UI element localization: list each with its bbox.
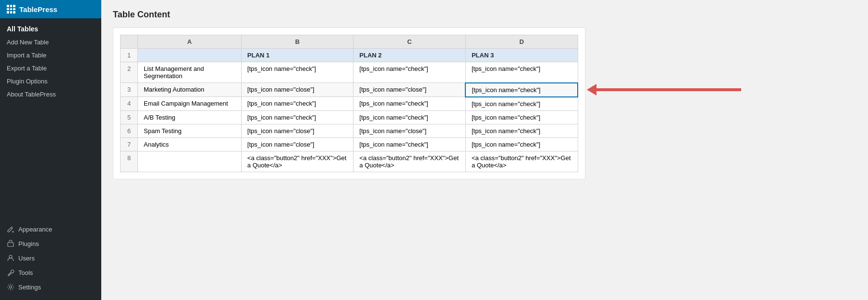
table-cell[interactable]: <a class="button2" href="XXX">Get a Quot… (465, 151, 578, 172)
table-cell[interactable]: Marketing Automation (138, 83, 242, 97)
row-num: 2 (121, 62, 138, 83)
user-icon (7, 254, 14, 262)
tablepress-icon (7, 5, 15, 14)
sidebar-item-export-table[interactable]: Export a Table (0, 62, 101, 75)
sidebar-bottom-menu: Appearance Plugins Users Tools (0, 218, 101, 300)
table-cell[interactable]: [tps_icon name="check"] (465, 137, 578, 151)
row-num: 4 (121, 97, 138, 111)
table-row: 1 PLAN 1 PLAN 2 PLAN 3 (121, 49, 578, 62)
table-row: 7 Analytics [tps_icon name="close"] [tps… (121, 137, 578, 151)
table-row: 3 Marketing Automation [tps_icon name="c… (121, 83, 578, 97)
sidebar-item-about-tablepress[interactable]: About TablePress (0, 88, 101, 101)
table-cell[interactable]: Email Campaign Management (138, 97, 242, 111)
table-cell[interactable]: [tps_icon name="check"] (465, 97, 578, 111)
table-row: 4 Email Campaign Management [tps_icon na… (121, 97, 578, 111)
tools-icon (7, 269, 14, 276)
table-cell[interactable]: [tps_icon name="close"] (241, 83, 353, 97)
table-cell[interactable]: [tps_icon name="check"] (465, 62, 578, 83)
sidebar-item-appearance[interactable]: Appearance (0, 222, 101, 236)
sidebar-brand: TablePress (19, 5, 57, 14)
table-cell[interactable]: PLAN 2 (353, 49, 466, 62)
table-cell[interactable]: [tps_icon name="check"] (465, 110, 578, 124)
col-header-d: D (465, 35, 578, 49)
sidebar-menu: All Tables Add New Table Import a Table … (0, 18, 101, 105)
svg-point-0 (13, 231, 14, 232)
table-cell[interactable]: Spam Testing (138, 124, 242, 137)
table-cell[interactable]: [tps_icon name="check"] (353, 97, 466, 111)
col-header-row: A B C D (121, 35, 578, 49)
sidebar-item-plugins[interactable]: Plugins (0, 236, 101, 251)
row-num: 5 (121, 110, 138, 124)
table-cell[interactable]: [tps_icon name="check"] (241, 110, 353, 124)
table-content: A B C D 1 PLAN 1 PLAN 2 PLAN 3 2 (120, 35, 578, 172)
row-num: 3 (121, 83, 138, 97)
table-cell[interactable]: [tps_icon name="check"] (465, 124, 578, 137)
sidebar: TablePress All Tables Add New Table Impo… (0, 0, 101, 300)
table-row: 5 A/B Testing [tps_icon name="check"] [t… (121, 110, 578, 124)
table-cell[interactable]: [tps_icon name="check"] (353, 137, 466, 151)
sidebar-item-users[interactable]: Users (0, 251, 101, 265)
table-cell[interactable]: [tps_icon name="close"] (353, 83, 466, 97)
sidebar-item-import-table[interactable]: Import a Table (0, 49, 101, 62)
sidebar-item-tools[interactable]: Tools (0, 265, 101, 280)
table-cell[interactable]: [tps_icon name="close"] (353, 124, 466, 137)
table-cell[interactable]: [tps_icon name="close"] (241, 137, 353, 151)
row-num: 7 (121, 137, 138, 151)
row-num: 6 (121, 124, 138, 137)
users-label: Users (18, 255, 35, 262)
col-header-empty (121, 35, 138, 49)
plugin-icon (7, 240, 14, 247)
sidebar-item-plugin-options[interactable]: Plugin Options (0, 75, 101, 88)
table-row: 2 List Management and Segmentation [tps_… (121, 62, 578, 83)
main-content: Table Content A B C D 1 PLAN 1 PLAN 2 (101, 0, 868, 300)
appearance-label: Appearance (18, 226, 52, 233)
table-cell[interactable]: [tps_icon name="check"] (353, 62, 466, 83)
table-cell[interactable]: PLAN 3 (465, 49, 578, 62)
table-cell[interactable] (138, 49, 242, 62)
paint-icon (7, 225, 14, 233)
table-cell[interactable]: Analytics (138, 137, 242, 151)
table-cell[interactable]: List Management and Segmentation (138, 62, 242, 83)
row-num: 1 (121, 49, 138, 62)
table-cell-selected[interactable]: [tps_icon name="check"] (465, 83, 578, 97)
table-cell[interactable]: [tps_icon name="check"] (353, 110, 466, 124)
table-cell[interactable]: PLAN 1 (241, 49, 353, 62)
section-title: Table Content (113, 10, 856, 20)
sidebar-item-add-new-table[interactable]: Add New Table (0, 36, 101, 49)
sidebar-header[interactable]: TablePress (0, 0, 101, 18)
settings-label: Settings (18, 284, 41, 291)
table-container: A B C D 1 PLAN 1 PLAN 2 PLAN 3 2 (113, 27, 585, 179)
col-header-b: B (241, 35, 353, 49)
table-cell[interactable]: A/B Testing (138, 110, 242, 124)
col-header-a: A (138, 35, 242, 49)
table-cell[interactable]: [tps_icon name="check"] (241, 62, 353, 83)
table-cell[interactable]: [tps_icon name="close"] (241, 124, 353, 137)
svg-point-3 (10, 286, 12, 288)
table-cell[interactable]: [tps_icon name="check"] (241, 97, 353, 111)
plugins-label: Plugins (18, 240, 39, 247)
sidebar-item-all-tables[interactable]: All Tables (0, 22, 101, 36)
table-cell[interactable]: <a class="button2" href="XXX">Get a Quot… (353, 151, 466, 172)
settings-icon (7, 283, 14, 291)
col-header-c: C (353, 35, 466, 49)
tools-label: Tools (18, 269, 33, 276)
svg-point-2 (9, 255, 12, 258)
table-cell[interactable] (138, 151, 242, 172)
svg-rect-1 (8, 243, 14, 246)
table-cell[interactable]: <a class="button2" href="XXX">Get a Quot… (241, 151, 353, 172)
sidebar-item-settings[interactable]: Settings (0, 280, 101, 294)
table-row: 8 <a class="button2" href="XXX">Get a Qu… (121, 151, 578, 172)
row-num: 8 (121, 151, 138, 172)
table-row: 6 Spam Testing [tps_icon name="close"] [… (121, 124, 578, 137)
red-arrow (588, 84, 741, 95)
